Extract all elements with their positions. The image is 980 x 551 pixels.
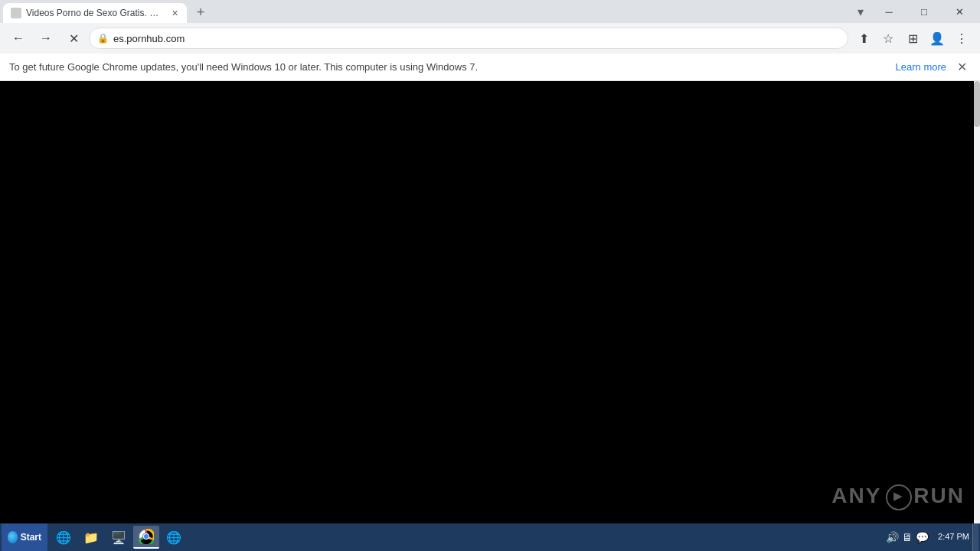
info-bar: To get future Google Chrome updates, you… (0, 54, 980, 81)
watermark-text-run: RUN (913, 484, 965, 508)
clock[interactable]: 2:47 PM (935, 531, 972, 543)
start-button[interactable]: Start (2, 523, 47, 551)
forward-button[interactable]: → (34, 26, 58, 51)
profile-button[interactable]: 👤 (925, 26, 949, 51)
taskbar-item-ie[interactable]: 🌐 (51, 526, 77, 549)
address-bar[interactable]: 🔒 es.pornhub.com (89, 28, 848, 49)
clock-time: 2:47 PM (938, 531, 969, 543)
title-bar: Videos Porno de Sexo Gratis. Pelicu... ✕… (0, 0, 980, 23)
learn-more-link[interactable]: Learn more (896, 61, 946, 73)
taskbar-item-media[interactable]: 🖥️ (106, 526, 132, 549)
tab-favicon (11, 8, 21, 18)
tab-area: Videos Porno de Sexo Gratis. Pelicu... ✕… (3, 0, 850, 23)
lock-icon: 🔒 (97, 33, 109, 44)
network-icon[interactable]: 🖥 (902, 531, 913, 543)
ie-icon: 🌐 (55, 529, 72, 546)
taskbar-items: 🌐 📁 🖥️ 🌐 (47, 526, 880, 549)
window-controls: ─ □ ✕ (871, 0, 977, 23)
volume-icon[interactable]: 🔊 (886, 531, 899, 543)
taskbar-item-chrome[interactable] (133, 526, 159, 549)
scrollbar-thumb[interactable] (974, 81, 980, 127)
nav-actions: ⬆ ☆ ⊞ 👤 ⋮ (851, 26, 974, 51)
reload-button[interactable]: ✕ (61, 26, 86, 51)
media-player-icon: 🖥️ (110, 529, 127, 546)
svg-point-3 (144, 534, 149, 539)
tab-list-button[interactable]: ▾ (850, 1, 871, 22)
menu-button[interactable]: ⋮ (949, 26, 974, 51)
taskbar-item-edge[interactable]: 🌐 (161, 526, 187, 549)
browser-tab[interactable]: Videos Porno de Sexo Gratis. Pelicu... ✕ (3, 3, 187, 23)
page-content: ANY RUN (0, 81, 980, 523)
start-orb-icon (8, 531, 18, 543)
url-text: es.pornhub.com (113, 33, 840, 44)
show-desktop-button[interactable] (972, 523, 978, 551)
tab-title: Videos Porno de Sexo Gratis. Pelicu... (26, 8, 164, 18)
info-bar-close-button[interactable]: ✕ (952, 58, 971, 77)
share-button[interactable]: ⬆ (851, 26, 876, 51)
watermark-text-any: ANY (831, 484, 881, 508)
tab-close-button[interactable]: ✕ (168, 7, 181, 19)
maximize-button[interactable]: □ (906, 0, 942, 23)
start-label: Start (21, 532, 41, 543)
navigation-bar: ← → ✕ 🔒 es.pornhub.com ⬆ ☆ ⊞ 👤 ⋮ (0, 23, 980, 54)
notification-icon[interactable]: 💬 (916, 531, 929, 543)
scrollbar[interactable] (974, 81, 980, 523)
minimize-button[interactable]: ─ (871, 0, 906, 23)
edge-icon: 🌐 (165, 529, 182, 546)
taskbar-item-explorer[interactable]: 📁 (78, 526, 104, 549)
taskbar-tray: 🔊 🖥 💬 (880, 531, 935, 543)
back-button[interactable]: ← (6, 26, 31, 51)
explorer-icon: 📁 (83, 529, 100, 546)
close-button[interactable]: ✕ (942, 0, 977, 23)
info-bar-message: To get future Google Chrome updates, you… (9, 61, 890, 73)
watermark: ANY RUN (831, 484, 965, 508)
split-button[interactable]: ⊞ (900, 26, 925, 51)
bookmark-button[interactable]: ☆ (876, 26, 900, 51)
taskbar: Start 🌐 📁 🖥️ (0, 523, 980, 551)
new-tab-button[interactable]: + (190, 2, 211, 23)
chrome-icon (138, 528, 155, 545)
watermark-play-icon (886, 484, 909, 507)
